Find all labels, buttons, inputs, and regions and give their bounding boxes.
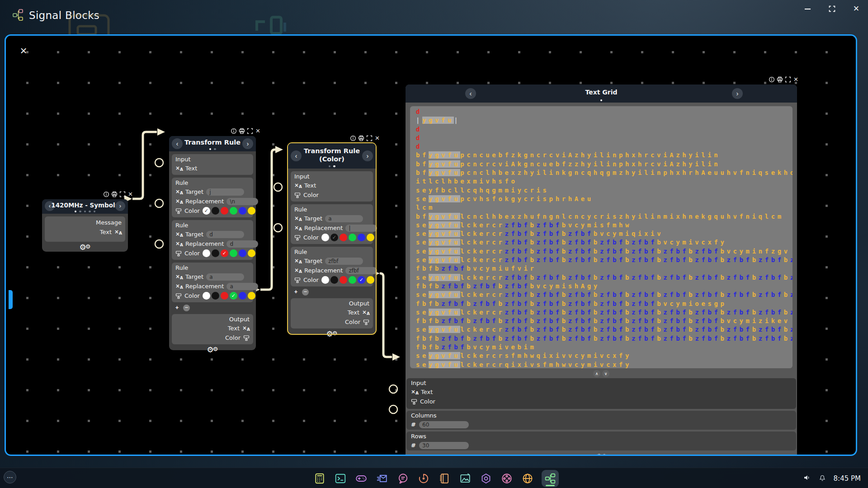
mail-send-app-icon[interactable]	[375, 472, 389, 485]
film-reel-app-icon[interactable]	[500, 472, 514, 485]
node-symbols[interactable]: ‹ 1420MHz - Symbols › MessageText×A ⚙⚙	[42, 199, 128, 252]
node-transform-rule-color[interactable]: ‹ Transform Rule(Color) › Input×ATextCol…	[288, 143, 376, 334]
printer-icon[interactable]	[776, 76, 783, 83]
chat-app-icon[interactable]	[396, 472, 410, 485]
replacement-field[interactable]: |	[345, 225, 377, 232]
replacement-field[interactable]: zfbf	[345, 267, 377, 274]
target-field[interactable]: a	[206, 273, 244, 281]
settings-gears-icon[interactable]: ⚙⚙	[406, 451, 797, 456]
panel-handle[interactable]	[9, 290, 13, 309]
white-swatch[interactable]	[203, 292, 210, 300]
notebook-app-icon[interactable]	[438, 472, 451, 485]
white-swatch[interactable]: ✓	[203, 207, 210, 215]
next-page-button[interactable]: ›	[242, 138, 253, 149]
close-icon[interactable]: ×	[255, 128, 261, 135]
replacement-field[interactable]: a	[226, 283, 258, 290]
replacement-field[interactable]: d	[226, 240, 258, 248]
info-icon[interactable]	[349, 135, 356, 142]
close-button[interactable]: ×	[850, 3, 863, 14]
timer-app-icon[interactable]	[417, 472, 430, 485]
image-editor-app-icon[interactable]	[458, 472, 472, 485]
next-page-button[interactable]: ›	[362, 150, 373, 161]
rows-value-field[interactable]: 30	[419, 442, 469, 449]
info-icon[interactable]	[230, 128, 237, 135]
maximize-button[interactable]	[826, 3, 838, 14]
remove-rule-button[interactable]: −	[302, 289, 309, 296]
white-swatch[interactable]	[321, 234, 329, 241]
black-swatch[interactable]: ✓	[330, 234, 338, 241]
scroll-up-button[interactable]: ∧	[593, 370, 600, 377]
printer-icon[interactable]	[111, 191, 118, 198]
fullscreen-icon[interactable]	[784, 76, 791, 83]
target-field[interactable]: zfbf	[325, 258, 363, 265]
notifications-bell-icon[interactable]	[818, 474, 826, 483]
info-icon[interactable]	[768, 76, 775, 83]
green-swatch[interactable]: ✓	[230, 292, 237, 300]
white-swatch[interactable]	[203, 249, 210, 257]
red-swatch[interactable]	[340, 276, 347, 284]
red-swatch[interactable]: ✓	[221, 249, 228, 257]
white-swatch[interactable]	[321, 276, 329, 284]
blue-swatch[interactable]	[239, 292, 246, 300]
next-page-button[interactable]: ›	[732, 88, 743, 99]
green-swatch[interactable]	[349, 276, 356, 284]
yellow-swatch[interactable]	[248, 207, 255, 215]
green-swatch[interactable]	[349, 234, 356, 241]
next-page-button[interactable]: ›	[115, 201, 125, 211]
green-swatch[interactable]	[230, 207, 237, 215]
replacement-field[interactable]: \n	[226, 198, 258, 205]
settings-gears-icon[interactable]: ⚙⚙	[288, 328, 376, 339]
settings-gears-icon[interactable]: ⚙⚙	[42, 242, 128, 253]
black-swatch[interactable]	[330, 276, 338, 284]
black-swatch[interactable]	[212, 249, 219, 257]
fullscreen-icon[interactable]	[119, 191, 126, 198]
node-text-grid-header[interactable]: ‹ Text Grid ›	[406, 84, 797, 103]
target-field[interactable]: a	[325, 215, 363, 222]
yellow-swatch[interactable]	[248, 292, 255, 300]
black-swatch[interactable]	[212, 207, 219, 215]
close-icon[interactable]: ×	[127, 191, 134, 198]
node-text-grid[interactable]: ‹ Text Grid › d|ygvfu|dddbfygvfupcncuebf…	[406, 84, 797, 456]
node-graph-app-icon[interactable]	[542, 470, 559, 487]
node-symbols-header[interactable]: ‹ 1420MHz - Symbols ›	[42, 199, 128, 214]
yellow-swatch[interactable]	[367, 276, 374, 284]
node-canvas[interactable]: × ‹ 1420MHz - Symbols › MessageText×A ⚙⚙…	[5, 34, 857, 456]
canvas-close-icon[interactable]: ×	[18, 45, 29, 56]
target-field[interactable]: j	[206, 188, 244, 196]
remove-rule-button[interactable]: −	[183, 305, 190, 311]
blue-swatch[interactable]: ✓	[358, 276, 365, 284]
text-grid-output[interactable]: d|ygvfu|dddbfygvfupcncuebfzkgncrcviAzhyi…	[410, 106, 793, 368]
minimize-button[interactable]	[801, 3, 814, 14]
green-swatch[interactable]	[230, 249, 237, 257]
globe-app-icon[interactable]	[521, 472, 534, 485]
gamepad-app-icon[interactable]	[354, 472, 368, 485]
yellow-swatch[interactable]	[248, 249, 255, 257]
node-transform-header[interactable]: ‹ Transform Rule ›	[169, 136, 256, 151]
printer-icon[interactable]	[358, 135, 364, 142]
yellow-swatch[interactable]	[367, 234, 374, 241]
terminal-app-icon[interactable]	[334, 472, 347, 485]
volume-icon[interactable]	[803, 474, 811, 483]
columns-value-field[interactable]: 60	[419, 421, 469, 428]
close-icon[interactable]: ×	[793, 76, 799, 83]
target-field[interactable]: d	[206, 231, 244, 238]
hex-settings-app-icon[interactable]	[479, 472, 493, 485]
blue-swatch[interactable]	[358, 234, 365, 241]
taskbar-more-button[interactable]: ⋯	[4, 471, 16, 483]
blue-swatch[interactable]	[239, 207, 246, 215]
red-swatch[interactable]	[221, 207, 228, 215]
fullscreen-icon[interactable]	[366, 135, 373, 142]
red-swatch[interactable]	[340, 234, 347, 241]
info-icon[interactable]	[103, 191, 109, 198]
scroll-down-button[interactable]: ∨	[602, 370, 609, 377]
node-transform-color-header[interactable]: ‹ Transform Rule(Color) ›	[288, 143, 376, 169]
red-swatch[interactable]	[221, 292, 228, 300]
black-swatch[interactable]	[212, 292, 219, 300]
printer-icon[interactable]	[238, 128, 245, 135]
calculator-app-icon[interactable]	[313, 472, 326, 485]
fullscreen-icon[interactable]	[246, 128, 253, 135]
add-rule-button[interactable]: +	[174, 305, 180, 311]
node-transform-rule[interactable]: ‹ Transform Rule › Input×ATextRule×ATarg…	[169, 136, 256, 350]
close-icon[interactable]: ×	[374, 135, 381, 142]
add-rule-button[interactable]: +	[292, 289, 299, 296]
